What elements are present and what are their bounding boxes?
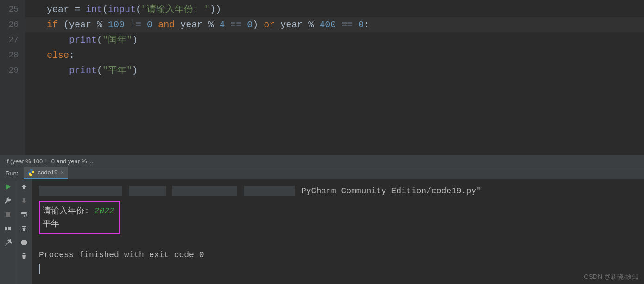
console-exit-message: Process finished with exit code 0 (39, 250, 204, 259)
line-number: 26 (0, 17, 25, 32)
breadcrumb-text: if (year % 100 != 0 and year % ... (6, 158, 94, 165)
console-user-input: 2022 (95, 206, 114, 216)
console-prompt: 请输入年份: (43, 206, 95, 216)
line-number-gutter: 25 26 27 28 29 (0, 0, 25, 155)
console-output[interactable]: PyCharm Community Edition/code19.py" 请输入… (32, 179, 644, 284)
highlighted-output-box: 请输入年份: 2022 平年 (39, 201, 120, 234)
console-path-visible: PyCharm Community Edition/code19.py" (301, 186, 481, 196)
layout-icon[interactable] (4, 225, 12, 232)
watermark: CSDN @新晓·故知 (584, 273, 638, 281)
run-tab-bar: Run: code19 × (0, 167, 644, 179)
wrench-icon[interactable] (4, 197, 12, 204)
scroll-to-end-icon[interactable] (20, 225, 28, 232)
soft-wrap-icon[interactable] (20, 211, 28, 218)
stop-icon[interactable] (4, 211, 12, 218)
console-toolbar-secondary (16, 179, 32, 284)
run-tab-name: code19 (38, 169, 57, 176)
python-icon (27, 169, 35, 176)
rerun-icon[interactable] (4, 183, 12, 191)
console-toolbar-primary (0, 179, 16, 284)
console-result: 平年 (43, 219, 59, 228)
run-tab[interactable]: code19 × (24, 167, 68, 179)
close-icon[interactable]: × (60, 169, 64, 176)
line-number: 27 (0, 32, 25, 48)
print-icon[interactable] (20, 239, 28, 246)
pin-icon[interactable] (4, 239, 12, 246)
up-arrow-icon[interactable] (20, 183, 28, 191)
line-number: 29 (0, 63, 25, 78)
line-number: 28 (0, 48, 25, 63)
console-command-line: PyCharm Community Edition/code19.py" (39, 184, 638, 198)
svg-rect-2 (8, 227, 11, 230)
editor-area: 25 26 27 28 29 year = int(input("请输入年份: … (0, 0, 644, 155)
code-line[interactable]: print("平年") (30, 63, 644, 78)
code-line[interactable]: else: (30, 48, 644, 63)
trash-icon[interactable] (20, 253, 28, 260)
console-panel: PyCharm Community Edition/code19.py" 请输入… (0, 179, 644, 284)
run-label: Run: (0, 170, 24, 177)
code-line[interactable]: year = int(input("请输入年份: ")) (30, 2, 644, 17)
code-line[interactable]: print("闰年") (30, 32, 644, 48)
svg-rect-0 (6, 212, 10, 217)
line-number: 25 (0, 2, 25, 17)
down-arrow-icon[interactable] (20, 197, 28, 204)
svg-rect-1 (5, 227, 7, 230)
code-line-current[interactable]: if (year % 100 != 0 and year % 4 == 0) o… (25, 17, 644, 32)
console-cursor (39, 264, 40, 274)
breadcrumb[interactable]: if (year % 100 != 0 and year % ... (0, 155, 644, 167)
code-content[interactable]: year = int(input("请输入年份: ")) if (year % … (25, 0, 644, 155)
